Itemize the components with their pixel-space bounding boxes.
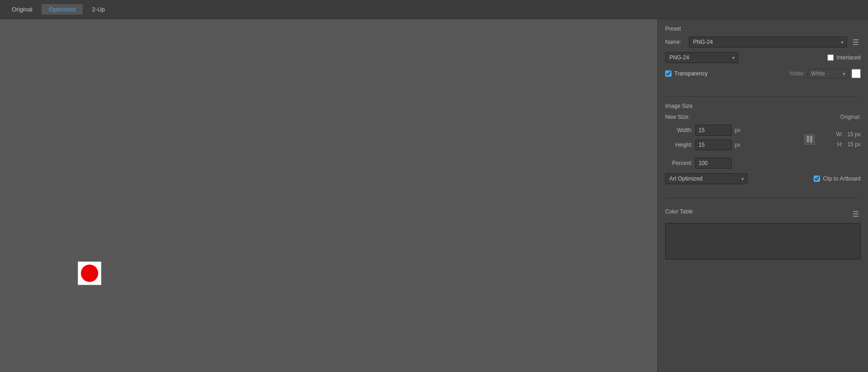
matte-section: Matte: White ▾: [790, 69, 861, 79]
format-row: PNG-24 ▾ Interlaced: [665, 52, 861, 63]
original-info-label: Original:: [840, 114, 861, 120]
width-row: Width: 15 px: [665, 125, 799, 136]
image-size-section: Image Size New Size: Original: Width: 15…: [665, 103, 861, 184]
transparency-row: Transparency Matte: White ▾: [665, 69, 861, 79]
resample-row: Art Optimized ▾ Clip to Artboard: [665, 173, 861, 184]
matte-color-swatch[interactable]: [852, 69, 861, 78]
tab-original[interactable]: Original: [5, 4, 40, 15]
format-select[interactable]: PNG-24: [665, 52, 738, 63]
original-col: W: 15 px H: 15 px: [820, 125, 861, 154]
color-table-section: Color Table ☰: [665, 208, 861, 260]
resample-select-wrap: Art Optimized ▾: [665, 173, 747, 184]
link-col: ⛓: [799, 125, 820, 154]
transparency-checkbox[interactable]: [665, 70, 672, 77]
matte-label: Matte:: [790, 70, 805, 77]
main-layout: Preset Name: PNG-24 ▾ ☰ PNG-24 ▾: [0, 19, 868, 372]
original-h-label: H: 15 px: [837, 141, 861, 148]
percent-input[interactable]: 100: [695, 158, 732, 169]
original-w-label: W: 15 px: [836, 131, 861, 138]
width-px-label: px: [735, 127, 741, 133]
interlaced-checkbox[interactable]: [827, 54, 834, 61]
tab-2up[interactable]: 2-Up: [85, 4, 112, 15]
divider-2: [665, 198, 861, 198]
transparency-check-wrap: Transparency: [665, 70, 708, 77]
link-icon: ⛓: [806, 135, 813, 143]
resample-select[interactable]: Art Optimized: [665, 173, 747, 184]
percent-row: Percent: 100: [665, 158, 861, 169]
format-select-wrap: PNG-24 ▾: [665, 52, 738, 63]
height-label: Height:: [665, 142, 693, 148]
new-size-label: New Size:: [665, 114, 690, 120]
size-inputs-col: Width: 15 px Height: 15 px: [665, 125, 799, 154]
preset-section-title: Preset: [665, 26, 861, 32]
sizes-header-row: New Size: Original:: [665, 114, 861, 120]
size-rows-wrap: Width: 15 px Height: 15 px ⛓: [665, 125, 861, 154]
clip-artboard-wrap: Clip to Artboard: [814, 175, 861, 182]
height-px-label: px: [735, 142, 741, 148]
name-label: Name:: [665, 39, 685, 45]
interlaced-label: Interlaced: [836, 54, 861, 61]
preview-background: [78, 261, 101, 285]
interlaced-wrap: Interlaced: [827, 54, 861, 61]
percent-label: Percent:: [665, 160, 693, 166]
canvas-inner: [0, 19, 657, 372]
link-proportions-button[interactable]: ⛓: [803, 133, 816, 146]
image-size-section-title: Image Size: [665, 103, 861, 109]
tab-optimized[interactable]: Optimized: [42, 4, 83, 15]
matte-select[interactable]: White: [808, 69, 849, 79]
clip-artboard-label: Clip to Artboard: [823, 175, 861, 182]
height-input[interactable]: 15: [695, 139, 732, 150]
height-row: Height: 15 px: [665, 139, 799, 150]
canvas-area: [0, 19, 658, 372]
right-panel: Preset Name: PNG-24 ▾ ☰ PNG-24 ▾: [658, 19, 868, 372]
preset-list-icon-button[interactable]: ☰: [851, 37, 861, 48]
tab-bar: Original Optimized 2-Up: [0, 0, 868, 19]
h-value-text: 15 px: [847, 141, 861, 148]
divider-1: [665, 96, 861, 96]
h-label-text: H:: [837, 141, 843, 148]
red-circle-shape: [81, 265, 98, 282]
matte-select-wrap: White ▾: [808, 69, 849, 79]
color-table-header: Color Table ☰: [665, 208, 861, 219]
w-value-text: 15 px: [847, 131, 861, 138]
name-select[interactable]: PNG-24: [689, 37, 847, 48]
name-select-wrap: PNG-24 ▾: [689, 37, 847, 48]
name-row: Name: PNG-24 ▾ ☰: [665, 37, 861, 48]
image-preview: [78, 261, 101, 285]
clip-artboard-checkbox[interactable]: [814, 175, 820, 182]
color-table-section-title: Color Table: [665, 208, 693, 215]
w-label-text: W:: [836, 131, 842, 138]
transparency-label: Transparency: [674, 70, 708, 77]
color-table-area: [665, 223, 861, 260]
width-input[interactable]: 15: [695, 125, 732, 136]
preset-section: Preset Name: PNG-24 ▾ ☰ PNG-24 ▾: [665, 26, 861, 82]
width-label: Width:: [665, 127, 693, 133]
color-table-list-icon-button[interactable]: ☰: [851, 209, 861, 219]
